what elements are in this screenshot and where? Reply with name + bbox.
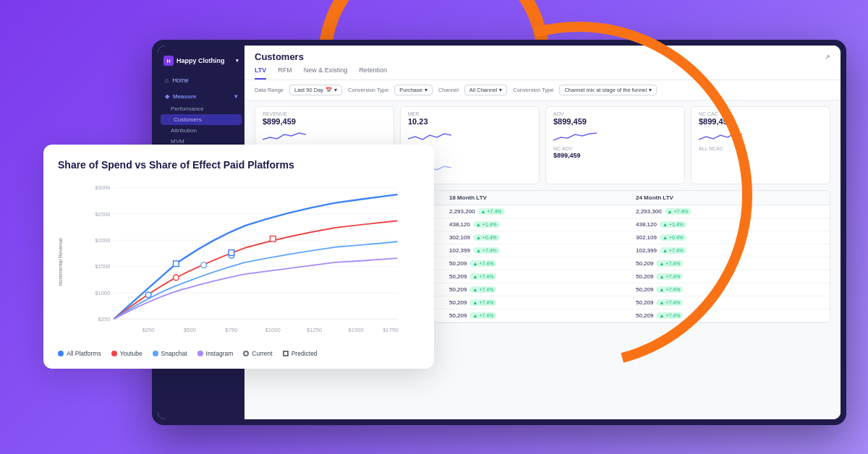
svg-text:$750: $750 xyxy=(225,327,237,333)
legend-dot-instagram xyxy=(197,351,203,356)
tab-new-existing[interactable]: New & Existing xyxy=(304,67,348,80)
svg-text:$250: $250 xyxy=(98,316,110,322)
svg-text:$3000: $3000 xyxy=(95,184,110,191)
chart-title: Share of Spend vs Share of Effect Paid P… xyxy=(58,159,420,171)
calendar-icon: 📅 xyxy=(326,87,332,93)
svg-text:$1000: $1000 xyxy=(265,327,281,333)
measure-chevron: ▾ xyxy=(234,93,237,100)
conversion-type-label: Conversion Type xyxy=(348,87,388,93)
svg-text:$500: $500 xyxy=(184,327,196,333)
sidebar-home-label: Home xyxy=(172,77,189,84)
tab-retention[interactable]: Retention xyxy=(359,67,387,80)
tab-rfm[interactable]: RFM xyxy=(278,67,292,80)
date-range-value: Last 90 Day xyxy=(294,87,323,93)
sidebar-brand: H Happy Clothing ▾ xyxy=(158,51,244,73)
chart-svg: $3000 $2500 $2000 $1500 $1000 $250 $250 … xyxy=(71,181,420,340)
svg-text:$1500: $1500 xyxy=(348,327,363,333)
legend-item-predicted: Predicted xyxy=(283,350,318,357)
legend-item-snapchat: Snapchat xyxy=(153,350,187,357)
home-icon: ⌂ xyxy=(165,77,169,84)
legend-dot-current xyxy=(243,351,249,356)
legend-dot-youtube xyxy=(111,351,117,356)
legend-label-predicted: Predicted xyxy=(292,350,318,357)
metric-revenue-sparkline xyxy=(263,129,306,143)
legend-label-youtube: Youtube xyxy=(120,350,142,357)
legend-label-snapchat: Snapchat xyxy=(161,350,187,357)
conversion-chevron-icon: ▾ xyxy=(425,87,427,93)
sidebar-item-performance[interactable]: Performance xyxy=(158,103,244,114)
sidebar-item-customers[interactable]: Customers xyxy=(161,114,242,125)
legend-dot-predicted xyxy=(283,351,289,356)
svg-text:$1750: $1750 xyxy=(383,327,398,333)
conversion-type-select[interactable]: Purchase ▾ xyxy=(394,85,433,95)
page-title: Customers xyxy=(255,51,304,62)
sidebar-item-home[interactable]: ⌂ Home xyxy=(158,73,244,87)
legend-item-youtube: Youtube xyxy=(111,350,142,357)
svg-text:$2000: $2000 xyxy=(95,237,110,244)
legend-label-all-platforms: All Platforms xyxy=(67,350,101,357)
chart-wrapper: Incremental Revenue $3000 $2500 $2000 $1… xyxy=(58,181,420,343)
brand-chevron[interactable]: ▾ xyxy=(236,58,239,64)
legend-item-all-platforms: All Platforms xyxy=(58,350,101,357)
date-range-select[interactable]: Last 90 Day 📅 ▾ xyxy=(289,85,342,95)
svg-text:$1000: $1000 xyxy=(95,290,110,296)
svg-point-20 xyxy=(174,275,179,280)
metric-revenue-value: $899,459 xyxy=(263,117,386,126)
metric-revenue-label: Revenue xyxy=(263,111,386,116)
date-range-label: Data Range xyxy=(255,87,284,93)
measure-icon: ◈ xyxy=(165,93,169,100)
svg-text:$250: $250 xyxy=(142,327,155,333)
brand-icon: H xyxy=(163,56,174,66)
svg-rect-25 xyxy=(270,236,276,242)
date-chevron-icon: ▾ xyxy=(334,87,337,93)
conversion-type-value: Purchase xyxy=(399,87,422,93)
svg-rect-23 xyxy=(174,261,179,267)
svg-point-19 xyxy=(145,292,151,298)
legend-item-current: Current xyxy=(243,350,272,357)
legend-label-current: Current xyxy=(252,350,272,357)
legend-label-instagram: Instagram xyxy=(206,350,234,357)
legend-dot-snapchat xyxy=(153,351,158,356)
external-link-icon[interactable]: ↗ xyxy=(825,53,830,61)
legend-item-instagram: Instagram xyxy=(197,350,234,357)
svg-text:$1500: $1500 xyxy=(95,263,110,270)
chart-card: Share of Spend vs Share of Effect Paid P… xyxy=(43,145,434,369)
svg-text:$2500: $2500 xyxy=(95,211,110,218)
sidebar-item-measure[interactable]: ◈ Measure ▾ xyxy=(158,87,244,103)
y-axis-label: Incremental Revenue xyxy=(58,238,63,286)
sidebar-item-attribution[interactable]: Attribution xyxy=(158,125,244,136)
tab-ltv[interactable]: LTV xyxy=(255,67,266,80)
svg-point-21 xyxy=(201,262,207,268)
sidebar-measure-label: Measure xyxy=(173,93,196,100)
brand-name: Happy Clothing xyxy=(176,57,225,64)
chart-legend: All Platforms Youtube Snapchat Instagram… xyxy=(58,350,420,357)
svg-rect-24 xyxy=(229,250,234,256)
legend-dot-all-platforms xyxy=(58,351,64,356)
chart-svg-container: $3000 $2500 $2000 $1500 $1000 $250 $250 … xyxy=(71,181,420,343)
svg-text:$1250: $1250 xyxy=(307,327,322,333)
y-axis-label-container: Incremental Revenue xyxy=(58,181,68,343)
